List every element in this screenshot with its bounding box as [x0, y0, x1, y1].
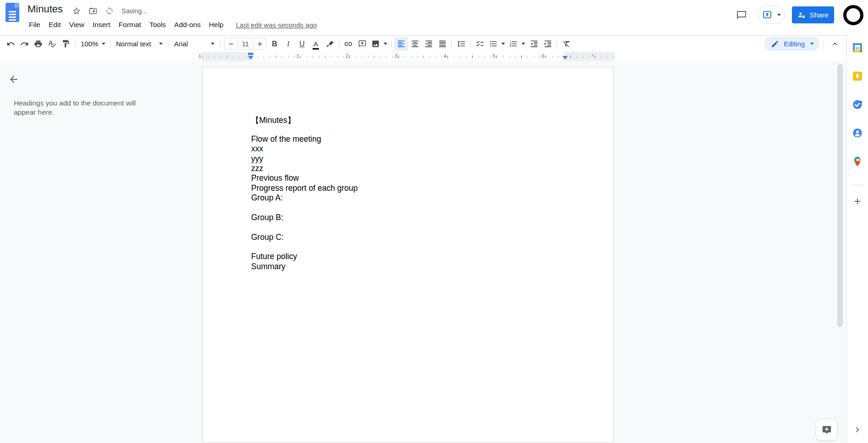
text-color-button[interactable]: A	[309, 37, 323, 51]
mode-caret	[810, 43, 814, 45]
google-calendar-icon[interactable]: 31	[850, 40, 865, 55]
bulleted-list-caret	[501, 43, 505, 45]
menu-insert[interactable]: Insert	[88, 19, 115, 30]
menu-format[interactable]: Format	[115, 19, 145, 30]
redo-button[interactable]	[17, 37, 31, 51]
insert-image-button[interactable]	[369, 37, 389, 51]
doc-line[interactable]: Summary	[251, 262, 358, 271]
font-size-value[interactable]: 11	[237, 38, 253, 50]
zoom-value: 100%	[81, 40, 98, 48]
menu-tools[interactable]: Tools	[145, 19, 170, 30]
doc-line[interactable]: Group C:	[251, 233, 358, 242]
increase-font-size-button[interactable]	[253, 38, 266, 50]
doc-line[interactable]	[251, 222, 358, 232]
align-center-button[interactable]	[408, 37, 422, 51]
header: Minutes Saving... File Edit View Insert …	[0, 0, 868, 35]
ruler-number: 4	[444, 53, 446, 59]
insert-link-button[interactable]	[341, 37, 355, 51]
clear-formatting-button[interactable]	[560, 37, 573, 51]
image-dropdown-caret	[384, 43, 387, 45]
ruler[interactable]: 1 1 2 3 4 5 6 7	[0, 52, 846, 61]
star-icon[interactable]	[71, 6, 82, 17]
hide-side-panel-icon[interactable]	[852, 425, 863, 437]
left-indent-marker[interactable]	[248, 56, 253, 60]
close-outline-icon[interactable]	[8, 74, 19, 85]
print-button[interactable]	[31, 37, 45, 51]
doc-line[interactable]: zzz	[251, 164, 358, 173]
menu-addons[interactable]: Add-ons	[170, 19, 205, 30]
doc-line[interactable]: Future policy	[251, 252, 358, 261]
decrease-font-size-button[interactable]	[225, 38, 237, 50]
mode-label: Editing	[784, 40, 805, 48]
first-line-indent-marker[interactable]	[248, 53, 253, 55]
checklist-button[interactable]	[473, 37, 487, 51]
share-label: Share	[809, 11, 828, 19]
align-left-button[interactable]	[394, 37, 408, 51]
numbered-list-button[interactable]	[507, 37, 527, 51]
doc-line[interactable]	[251, 203, 358, 213]
doc-line[interactable]: Progress report of each group	[251, 183, 358, 193]
open-comments-icon[interactable]	[736, 10, 747, 21]
doc-line[interactable]: Group A:	[251, 193, 358, 203]
document-text[interactable]: 【Minutes】 Flow of the meeting xxx yyy zz…	[251, 115, 358, 271]
google-contacts-icon[interactable]	[850, 125, 865, 141]
mode-select[interactable]: Editing	[764, 37, 819, 51]
doc-line[interactable]: Group B:	[251, 213, 358, 222]
google-maps-icon[interactable]	[850, 154, 865, 169]
paint-format-button[interactable]	[59, 37, 72, 51]
ruler-ticks	[202, 55, 615, 58]
bulleted-list-button[interactable]	[487, 37, 507, 51]
doc-line[interactable]: Previous flow	[251, 173, 358, 183]
hide-menus-button[interactable]	[828, 37, 842, 51]
doc-line[interactable]	[251, 124, 358, 134]
present-button[interactable]	[758, 6, 785, 24]
google-tasks-icon[interactable]	[850, 97, 865, 112]
explore-icon	[821, 424, 833, 436]
get-addons-button[interactable]	[850, 194, 865, 209]
google-keep-icon[interactable]	[850, 68, 865, 84]
document-title[interactable]: Minutes	[27, 3, 63, 15]
menu-view[interactable]: View	[65, 19, 88, 30]
align-right-button[interactable]	[422, 37, 435, 51]
style-caret	[159, 43, 163, 45]
upload-icon	[762, 10, 772, 20]
explore-button[interactable]	[816, 419, 838, 441]
vertical-scrollbar[interactable]	[837, 64, 843, 327]
increase-indent-button[interactable]	[541, 37, 555, 51]
menu-file[interactable]: File	[25, 19, 44, 30]
doc-line[interactable]: xxx	[251, 144, 358, 154]
zoom-select[interactable]: 100%	[77, 37, 108, 51]
share-button[interactable]: Share	[792, 6, 834, 23]
doc-line[interactable]: Flow of the meeting	[251, 134, 358, 144]
italic-button[interactable]: I	[281, 37, 295, 51]
pencil-icon	[771, 40, 779, 48]
menu-edit[interactable]: Edit	[44, 19, 65, 30]
rail-divider	[851, 185, 864, 185]
document-page[interactable]: 【Minutes】 Flow of the meeting xxx yyy zz…	[202, 67, 614, 443]
last-edit-link[interactable]: Last edit was seconds ago	[236, 21, 317, 29]
doc-line[interactable]: 【Minutes】	[251, 115, 358, 124]
account-avatar[interactable]	[843, 5, 863, 25]
outline-placeholder: Headings you add to the document will ap…	[14, 99, 148, 116]
document-canvas: Headings you add to the document will ap…	[0, 61, 846, 443]
menu-help[interactable]: Help	[205, 19, 228, 30]
move-folder-icon[interactable]	[88, 6, 99, 17]
sync-icon	[104, 6, 115, 17]
spellcheck-button[interactable]	[45, 37, 59, 51]
right-indent-marker[interactable]	[562, 56, 568, 60]
doc-line[interactable]	[251, 242, 358, 252]
font-family-select[interactable]: Arial	[171, 37, 218, 51]
undo-button[interactable]	[4, 37, 17, 51]
justify-button[interactable]	[435, 37, 449, 51]
underline-button[interactable]: U	[295, 37, 309, 51]
ruler-number: 2	[346, 53, 348, 59]
docs-logo-icon[interactable]	[5, 3, 19, 22]
bold-button[interactable]: B	[268, 37, 281, 51]
paragraph-style-select[interactable]: Normal text	[113, 37, 166, 51]
highlight-color-button[interactable]	[323, 37, 336, 51]
doc-line[interactable]: yyy	[251, 154, 358, 164]
decrease-indent-button[interactable]	[527, 37, 541, 51]
line-spacing-button[interactable]	[454, 37, 468, 51]
present-dropdown-caret	[777, 14, 781, 16]
add-comment-button[interactable]	[355, 37, 369, 51]
